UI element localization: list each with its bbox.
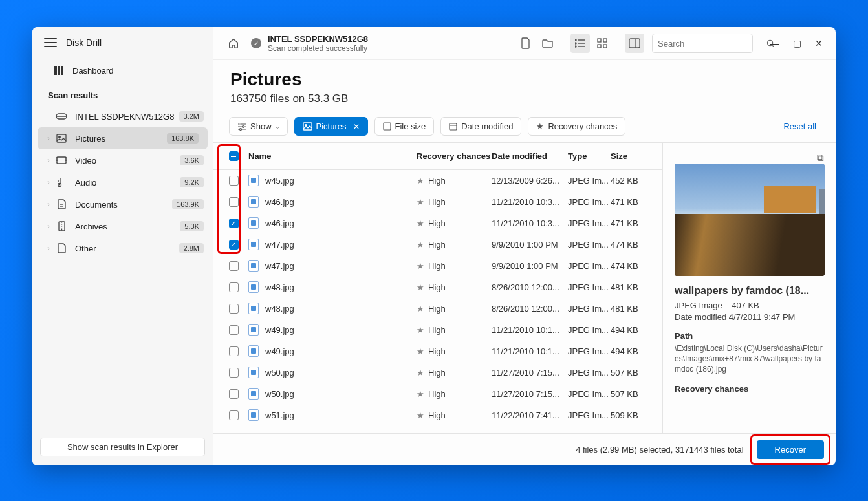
svg-rect-29 [598, 45, 601, 48]
recovery-value: High [428, 368, 446, 378]
close-button[interactable]: ✕ [812, 38, 825, 48]
recover-button[interactable]: Recover [757, 440, 824, 459]
filter-pictures[interactable]: Pictures ✕ [294, 117, 368, 136]
date-value: 8/26/2010 12:00... [492, 282, 568, 292]
type-value: JPEG Im... [568, 219, 611, 228]
row-checkbox[interactable] [229, 304, 239, 314]
size-value: 481 KB [611, 282, 653, 292]
view-folder-icon[interactable] [538, 34, 558, 53]
view-file-icon[interactable] [516, 34, 536, 53]
size-value: 481 KB [611, 304, 653, 314]
sidebar-item-label: Pictures [75, 134, 167, 144]
file-icon [248, 409, 259, 421]
row-checkbox[interactable] [229, 346, 239, 356]
row-checkbox[interactable] [229, 410, 239, 420]
row-checkbox[interactable] [229, 197, 239, 207]
date-value: 11/21/2010 10:1... [492, 346, 568, 356]
view-panel-icon[interactable] [625, 34, 644, 53]
sidebar-item-documents[interactable]: › Documents 163.9K [32, 193, 213, 215]
table-row[interactable]: w50.jpg ★High 11/27/2010 7:15... JPEG Im… [213, 383, 662, 405]
col-date[interactable]: Date modified [492, 151, 568, 161]
row-checkbox[interactable] [229, 240, 239, 250]
app-title: Disk Drill [66, 37, 102, 48]
show-in-explorer-button[interactable]: Show scan results in Explorer [40, 438, 205, 456]
table-row[interactable]: w48.jpg ★High 8/26/2010 12:00... JPEG Im… [213, 298, 662, 319]
view-list-icon[interactable] [570, 34, 590, 53]
row-checkbox[interactable] [229, 219, 239, 228]
nav-dashboard[interactable]: Dashboard [32, 59, 213, 81]
minimize-button[interactable]: ― [768, 38, 781, 48]
table-row[interactable]: w46.jpg ★High 11/21/2010 10:3... JPEG Im… [213, 191, 662, 213]
type-value: JPEG Im... [568, 368, 611, 378]
table-row[interactable]: w51.jpg ★High 11/22/2010 7:41... JPEG Im… [213, 405, 662, 426]
page-subtitle: 163750 files on 53.3 GB [230, 92, 819, 105]
detail-path-label: Path [675, 331, 824, 341]
file-icon [248, 388, 259, 400]
col-name[interactable]: Name [244, 151, 417, 161]
row-checkbox[interactable] [229, 176, 239, 186]
detail-date: Date modified 4/7/2011 9:47 PM [675, 312, 824, 322]
type-value: JPEG Im... [568, 346, 611, 356]
table-row[interactable]: w46.jpg ★High 11/21/2010 10:3... JPEG Im… [213, 213, 662, 234]
col-recovery[interactable]: Recovery chances [417, 151, 492, 161]
close-filter-icon[interactable]: ✕ [353, 122, 360, 131]
search-box[interactable] [652, 34, 753, 53]
filter-show[interactable]: Show ⌵ [229, 117, 288, 136]
date-value: 8/26/2010 12:00... [492, 304, 568, 314]
view-grid-icon[interactable] [592, 34, 612, 53]
drive-name: INTEL SSDPEKNW512G8 [268, 34, 368, 44]
col-type[interactable]: Type [568, 151, 611, 161]
row-checkbox[interactable] [229, 282, 239, 292]
row-checkbox[interactable] [229, 261, 239, 271]
home-icon[interactable] [224, 34, 243, 53]
sidebar-item-audio[interactable]: › Audio 9.2K [32, 171, 213, 193]
sidebar-item-archives[interactable]: › Archives 5.3K [32, 215, 213, 237]
date-value: 11/21/2010 10:3... [492, 197, 568, 207]
table-row[interactable]: w48.jpg ★High 8/26/2010 12:00... JPEG Im… [213, 277, 662, 298]
recovery-value: High [428, 346, 446, 356]
svg-point-25 [575, 43, 576, 44]
detail-type-size: JPEG Image – 407 KB [675, 301, 824, 310]
file-icon [248, 281, 259, 293]
search-input[interactable] [658, 39, 766, 48]
filter-filesize[interactable]: File size [374, 117, 435, 136]
hamburger-icon[interactable] [44, 38, 57, 47]
svg-rect-6 [54, 72, 57, 75]
date-value: 12/13/2009 6:26... [492, 176, 568, 186]
table-row[interactable]: w49.jpg ★High 11/21/2010 10:1... JPEG Im… [213, 319, 662, 341]
sidebar-item-other[interactable]: › Other 2.8M [32, 237, 213, 259]
table-row[interactable]: w47.jpg ★High 9/9/2010 1:00 PM JPEG Im..… [213, 255, 662, 277]
svg-rect-13 [57, 157, 66, 164]
filter-date[interactable]: Date modified [440, 117, 521, 136]
select-all-checkbox[interactable] [229, 151, 239, 161]
file-icon [248, 217, 259, 229]
table-row[interactable]: w49.jpg ★High 11/21/2010 10:1... JPEG Im… [213, 341, 662, 362]
row-checkbox[interactable] [229, 368, 239, 378]
svg-rect-44 [450, 123, 457, 130]
preview-image [675, 164, 825, 276]
col-size[interactable]: Size [611, 151, 653, 161]
sidebar-item-intel-ssdpeknw512g8[interactable]: INTEL SSDPEKNW512G8 3.2M [32, 105, 213, 127]
svg-point-38 [239, 123, 241, 125]
svg-rect-3 [54, 69, 57, 72]
sidebar-item-badge: 3.6K [180, 155, 204, 165]
chevron-right-icon: › [45, 179, 52, 186]
table-row[interactable]: w50.jpg ★High 11/27/2010 7:15... JPEG Im… [213, 362, 662, 383]
sidebar-item-video[interactable]: › Video 3.6K [32, 149, 213, 171]
open-external-icon[interactable]: ⧉ [817, 152, 824, 164]
app-window: Disk Drill Dashboard Scan results INTEL … [32, 27, 836, 465]
filter-recovery[interactable]: ★ Recovery chances [528, 117, 625, 136]
reset-all-link[interactable]: Reset all [783, 122, 820, 131]
table-row[interactable]: w47.jpg ★High 9/9/2010 1:00 PM JPEG Im..… [213, 234, 662, 255]
sidebar-item-pictures[interactable]: › Pictures 163.8K [38, 127, 208, 149]
date-value: 11/21/2010 10:3... [492, 219, 568, 228]
maximize-button[interactable]: ▢ [790, 38, 803, 48]
type-value: JPEG Im... [568, 325, 611, 335]
row-checkbox[interactable] [229, 389, 239, 399]
row-checkbox[interactable] [229, 325, 239, 335]
sidebar-item-label: Documents [75, 200, 172, 209]
table-row[interactable]: w45.jpg ★High 12/13/2009 6:26... JPEG Im… [213, 170, 662, 191]
sidebar-item-badge: 163.8K [167, 133, 199, 144]
category-icon [56, 198, 67, 210]
star-icon: ★ [417, 219, 424, 228]
